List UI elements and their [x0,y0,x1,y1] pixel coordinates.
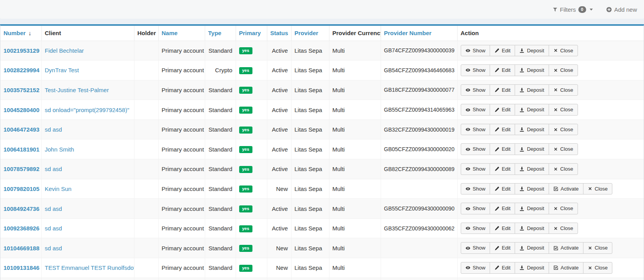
close-button[interactable]: Close [549,124,578,136]
activate-button[interactable]: Activate [549,183,583,195]
account-number-link[interactable]: 10046472493 [4,126,39,133]
deposit-button[interactable]: Deposit [515,124,549,136]
column-header-type[interactable]: Type [205,26,236,41]
add-new-button[interactable]: Add new [606,6,637,13]
column-label: Status [270,30,288,36]
column-header-provider-number[interactable]: Provider Number [381,26,457,41]
client-link[interactable]: sd onload="prompt(299792458)" [45,107,129,113]
x-icon [553,68,558,73]
client-cell: DynTrav Test [41,61,134,80]
show-button[interactable]: Show [461,203,490,214]
caret-down-icon [590,9,593,11]
account-number-link[interactable]: 10109131846 [4,264,39,271]
edit-button[interactable]: Edit [490,223,515,234]
status-cell: Active [267,159,291,179]
provider-number-cell: GB55CFZZ00994300000090 [381,199,457,219]
deposit-button[interactable]: Deposit [515,183,549,195]
client-link[interactable]: sd asd [45,225,62,232]
account-number-link[interactable]: 10078579892 [4,166,39,172]
show-button[interactable]: Show [461,242,490,254]
column-header-name[interactable]: Name [158,26,205,41]
column-header-status[interactable]: Status [267,26,291,41]
edit-button[interactable]: Edit [490,262,515,274]
deposit-button[interactable]: Deposit [515,64,549,76]
show-button[interactable]: Show [461,104,490,116]
filters-dropdown-toggle[interactable]: Filters 0 [553,6,593,13]
client-link[interactable]: sd asd [45,126,62,133]
close-button[interactable]: Close [549,84,578,96]
download-icon [519,127,524,132]
activate-button[interactable]: Activate [549,242,583,254]
edit-button[interactable]: Edit [490,203,515,214]
show-button[interactable]: Show [461,143,490,155]
account-number-link[interactable]: 10064181901 [4,146,39,153]
show-button[interactable]: Show [461,223,490,234]
account-number-link[interactable]: 10104669188 [4,245,39,251]
account-number-link[interactable]: 10079820105 [4,185,39,192]
client-link[interactable]: sd asd [45,166,62,172]
edit-button[interactable]: Edit [490,64,515,76]
account-number-link[interactable]: 10035752152 [4,87,39,93]
close-button[interactable]: Close [549,203,578,214]
account-number-link[interactable]: 10045280400 [4,107,39,113]
deposit-button[interactable]: Deposit [515,203,549,214]
account-number-link[interactable]: 10092368926 [4,225,39,232]
show-button[interactable]: Show [461,124,490,136]
close-button[interactable]: Close [549,104,578,116]
primary-cell: yes [236,61,267,80]
client-link[interactable]: Test-Justine Test-Palmer [45,87,109,93]
account-number-link[interactable]: 10021953129 [4,47,39,54]
show-button[interactable]: Show [461,183,490,195]
client-link[interactable]: TEST Emmanuel TEST Runolfsdottir [45,264,134,271]
client-link[interactable]: sd asd [45,205,62,212]
deposit-button[interactable]: Deposit [515,223,549,234]
status-cell: New [267,258,291,278]
deposit-button[interactable]: Deposit [515,163,549,175]
deposit-button[interactable]: Deposit [515,262,549,274]
close-button[interactable]: Close [583,262,612,274]
show-button[interactable]: Show [461,64,490,76]
column-header-number[interactable]: Number↓ [0,26,41,41]
column-header-primary[interactable]: Primary [236,26,267,41]
deposit-button[interactable]: Deposit [515,84,549,96]
client-link[interactable]: Kevin Sun [45,185,72,192]
close-button[interactable]: Close [549,143,578,155]
close-button[interactable]: Close [583,242,612,254]
type-cell: Crypto [205,61,236,80]
show-button[interactable]: Show [461,84,490,96]
client-link[interactable]: DynTrav Test [45,67,79,73]
x-icon [553,167,558,171]
show-button[interactable]: Show [461,262,490,274]
column-header-provider[interactable]: Provider [291,26,329,41]
account-number-link[interactable]: 10084924736 [4,205,39,212]
edit-button[interactable]: Edit [490,163,515,175]
client-link[interactable]: John Smith [45,146,74,153]
edit-button[interactable]: Edit [490,124,515,136]
download-icon [519,166,524,171]
edit-button[interactable]: Edit [490,183,515,195]
table-row: 10084924736 sd asd Primary account Stand… [0,199,644,219]
edit-button[interactable]: Edit [490,242,515,254]
close-button[interactable]: Close [549,64,578,76]
deposit-button[interactable]: Deposit [515,143,549,155]
edit-button[interactable]: Edit [490,143,515,155]
deposit-button-label: Deposit [527,265,544,271]
close-button[interactable]: Close [583,183,612,195]
client-link[interactable]: sd asd [45,245,62,251]
edit-button[interactable]: Edit [490,45,515,57]
close-button[interactable]: Close [549,163,578,175]
account-number-link[interactable]: 10028229994 [4,67,39,73]
show-button[interactable]: Show [461,45,490,57]
edit-button[interactable]: Edit [490,84,515,96]
activate-button[interactable]: Activate [549,262,583,274]
deposit-button[interactable]: Deposit [515,242,549,254]
number-cell: 10021953129 [0,41,41,61]
deposit-button[interactable]: Deposit [515,104,549,116]
edit-button[interactable]: Edit [490,104,515,116]
client-link[interactable]: Fidel Bechtelar [45,47,84,54]
deposit-button[interactable]: Deposit [515,45,549,57]
close-button[interactable]: Close [549,223,578,234]
close-button[interactable]: Close [549,45,578,57]
show-button[interactable]: Show [461,163,490,175]
number-cell: 10064181901 [0,139,41,159]
